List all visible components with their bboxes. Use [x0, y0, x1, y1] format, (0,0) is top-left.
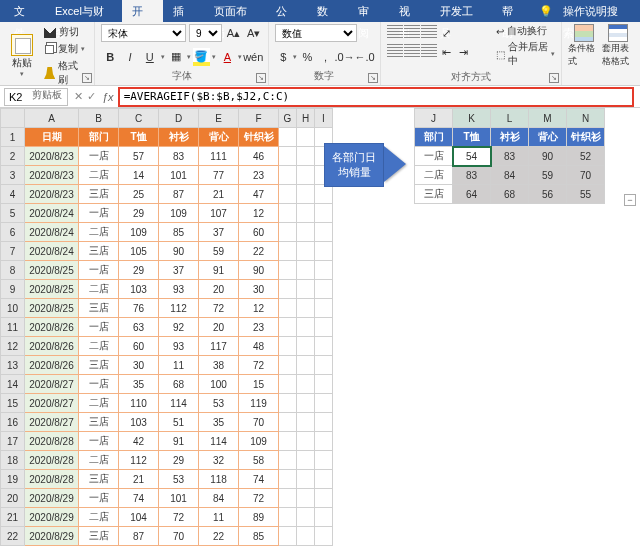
tab-developer[interactable]: 开发工具 [430, 0, 492, 22]
cell[interactable]: 2020/8/29 [25, 508, 79, 527]
tab-view[interactable]: 视图 [389, 0, 430, 22]
bold-button[interactable]: B [101, 48, 119, 66]
cell[interactable]: 二店 [79, 394, 119, 413]
tab-file[interactable]: 文件 [4, 0, 45, 22]
cell[interactable]: 37 [199, 223, 239, 242]
align-right-button[interactable] [421, 43, 437, 57]
cell[interactable]: 111 [199, 147, 239, 166]
cell[interactable]: 87 [159, 185, 199, 204]
cell[interactable]: 2020/8/28 [25, 470, 79, 489]
cell[interactable]: 三店 [79, 413, 119, 432]
wrap-text-button[interactable]: ↩自动换行 [496, 24, 555, 38]
cell[interactable]: 114 [159, 394, 199, 413]
cell[interactable]: 112 [159, 299, 199, 318]
cell[interactable]: 90 [239, 261, 279, 280]
cell[interactable]: 二店 [79, 280, 119, 299]
cell[interactable]: 90 [159, 242, 199, 261]
cell[interactable]: 14 [119, 166, 159, 185]
row-header[interactable]: 5 [1, 204, 25, 223]
decrease-indent-button[interactable]: ⇤ [438, 43, 456, 61]
cell[interactable]: 53 [199, 394, 239, 413]
col-header[interactable]: J [415, 109, 453, 128]
cell[interactable]: 90 [529, 147, 567, 166]
align-bottom-button[interactable] [421, 24, 437, 38]
col-header[interactable]: N [567, 109, 605, 128]
cell[interactable]: 91 [199, 261, 239, 280]
cell[interactable]: 93 [159, 280, 199, 299]
cell[interactable]: 15 [239, 375, 279, 394]
cell[interactable]: 背心 [529, 128, 567, 147]
fx-icon[interactable]: ƒx [102, 91, 114, 103]
tell-me-search[interactable]: 操作说明搜索 [553, 0, 636, 22]
cell[interactable]: 2020/8/29 [25, 489, 79, 508]
cell[interactable]: 85 [239, 527, 279, 546]
cell[interactable]: 三店 [415, 185, 453, 204]
cell[interactable]: 68 [491, 185, 529, 204]
cell[interactable]: 25 [119, 185, 159, 204]
cell[interactable]: 29 [119, 261, 159, 280]
cell[interactable]: 64 [453, 185, 491, 204]
cell[interactable]: 部门 [415, 128, 453, 147]
comma-button[interactable]: , [317, 48, 333, 66]
cell[interactable]: 119 [239, 394, 279, 413]
cell[interactable]: 11 [199, 508, 239, 527]
cell[interactable]: 12 [239, 299, 279, 318]
cell[interactable]: 101 [159, 166, 199, 185]
cell[interactable]: 一店 [79, 204, 119, 223]
cell[interactable]: 2020/8/26 [25, 356, 79, 375]
cell[interactable]: 104 [119, 508, 159, 527]
row-header[interactable]: 4 [1, 185, 25, 204]
cell[interactable]: 一店 [79, 375, 119, 394]
cell[interactable]: 2020/8/26 [25, 318, 79, 337]
cell[interactable]: 二店 [79, 337, 119, 356]
cell[interactable]: 12 [239, 204, 279, 223]
italic-button[interactable]: I [121, 48, 139, 66]
decrease-decimal-button[interactable]: ←.0 [356, 48, 374, 66]
cell[interactable]: 30 [119, 356, 159, 375]
tab-layout[interactable]: 页面布局 [204, 0, 266, 22]
cell[interactable]: 38 [199, 356, 239, 375]
cell[interactable]: 三店 [79, 470, 119, 489]
formula-bar[interactable] [124, 90, 628, 103]
row-header[interactable]: 9 [1, 280, 25, 299]
row-header[interactable]: 6 [1, 223, 25, 242]
cell[interactable]: 三店 [79, 356, 119, 375]
cell[interactable]: 一店 [79, 261, 119, 280]
cell[interactable]: 118 [199, 470, 239, 489]
cell[interactable]: 83 [159, 147, 199, 166]
row-header[interactable]: 7 [1, 242, 25, 261]
col-header[interactable]: G [279, 109, 297, 128]
font-launcher[interactable]: ↘ [256, 73, 266, 83]
cell[interactable]: 29 [119, 204, 159, 223]
cut-button[interactable]: 剪切 [42, 24, 88, 40]
cell[interactable]: 三店 [79, 299, 119, 318]
cell[interactable]: 103 [119, 280, 159, 299]
select-all-corner[interactable] [1, 109, 25, 128]
tab-data[interactable]: 数据 [307, 0, 348, 22]
phonetic-button[interactable]: wén [244, 48, 262, 66]
cell[interactable]: 74 [239, 470, 279, 489]
row-header[interactable]: 13 [1, 356, 25, 375]
cell[interactable]: 51 [159, 413, 199, 432]
worksheet[interactable]: A B C D E F G H I 1 日期 部门 T恤 衬衫 背心 针织衫 2… [0, 108, 640, 552]
cell[interactable]: 46 [239, 147, 279, 166]
row-header[interactable]: 11 [1, 318, 25, 337]
cell[interactable]: 2020/8/23 [25, 185, 79, 204]
fill-color-button[interactable]: 🪣 [193, 48, 211, 66]
cell[interactable]: 21 [119, 470, 159, 489]
cell[interactable]: 89 [239, 508, 279, 527]
formula-enter-button[interactable]: ✓ [87, 90, 96, 103]
cell[interactable]: 77 [199, 166, 239, 185]
cell[interactable]: 二店 [79, 223, 119, 242]
cell[interactable]: 103 [119, 413, 159, 432]
cell[interactable]: 三店 [79, 527, 119, 546]
tab-help[interactable]: 帮助 [492, 0, 533, 22]
cell[interactable]: 2020/8/28 [25, 451, 79, 470]
collapse-button[interactable]: − [624, 194, 636, 206]
cell[interactable]: 20 [199, 280, 239, 299]
cell[interactable]: 85 [159, 223, 199, 242]
row-header[interactable]: 18 [1, 451, 25, 470]
cell[interactable]: 衬衫 [159, 128, 199, 147]
col-header[interactable]: E [199, 109, 239, 128]
cell[interactable]: 109 [239, 432, 279, 451]
